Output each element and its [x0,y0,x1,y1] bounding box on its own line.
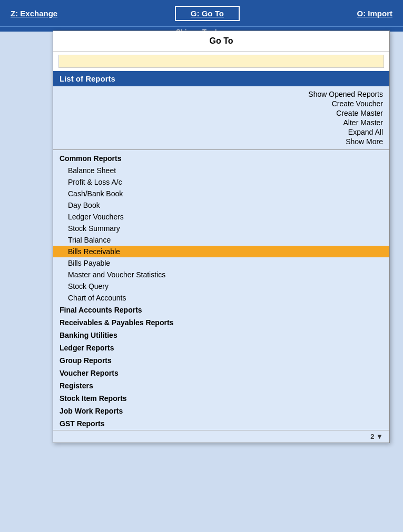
search-input[interactable] [58,55,384,68]
report-item-cash-bank-book[interactable]: Cash/Bank Book [53,188,389,199]
report-item-profit-loss-a-c[interactable]: Profit & Loss A/c [53,176,389,188]
section-label-job-work-reports: Job Work Reports [53,405,389,417]
section-label-voucher-reports: Voucher Reports [53,367,389,379]
report-list: Show Opened ReportsCreate VoucherCreate … [53,86,389,443]
report-item-balance-sheet[interactable]: Balance Sheet [53,165,389,176]
actions-row: Show Opened ReportsCreate VoucherCreate … [53,86,389,147]
report-item-ledger-vouchers[interactable]: Ledger Vouchers [53,211,389,223]
modal-footer: 2 ▼ [53,430,389,443]
section-label-stock-item-reports: Stock Item Reports [53,392,389,405]
report-item-stock-summary[interactable]: Stock Summary [53,223,389,234]
show-opened-reports[interactable]: Show Opened Reports [308,89,383,99]
report-item-stock-query[interactable]: Stock Query [53,280,389,292]
create-master[interactable]: Create Master [336,108,383,118]
page-indicator: 2 ▼ [370,433,383,440]
goto-button[interactable]: G: Go To [175,6,240,21]
expand-all[interactable]: Expand All [348,127,383,137]
exchange-button[interactable]: Z: Exchange [11,9,57,18]
top-bar: Z: Exchange G: Go To O: Import [0,0,403,26]
section-label-gst-reports: GST Reports [53,417,389,430]
list-header: List of Reports [53,71,389,86]
modal-title: Go To [53,31,389,52]
section-label-receivables-&-payables-reports: Receivables & Payables Reports [53,316,389,329]
report-item-bills-receivable[interactable]: Bills Receivable [53,246,389,257]
section-label-ledger-reports: Ledger Reports [53,342,389,354]
goto-modal: Go To List of Reports Show Opened Report… [53,31,390,443]
report-item-chart-of-accounts[interactable]: Chart of Accounts [53,292,389,304]
alter-master[interactable]: Alter Master [343,118,383,127]
section-label-group-reports: Group Reports [53,354,389,367]
section-label-final-accounts-reports: Final Accounts Reports [53,304,389,316]
sections-container: Common ReportsBalance SheetProfit & Loss… [53,152,389,430]
import-button[interactable]: O: Import [357,9,392,18]
create-voucher[interactable]: Create Voucher [332,99,383,108]
section-label-registers: Registers [53,379,389,392]
report-item-master-and-voucher-statistics[interactable]: Master and Voucher Statistics [53,269,389,280]
search-bar [53,52,389,71]
report-item-trial-balance[interactable]: Trial Balance [53,234,389,246]
section-label-common-reports: Common Reports [53,152,389,165]
report-item-day-book[interactable]: Day Book [53,199,389,211]
section-label-banking-utilities: Banking Utilities [53,329,389,342]
report-item-bills-payable[interactable]: Bills Payable [53,257,389,269]
show-more[interactable]: Show More [346,137,383,146]
